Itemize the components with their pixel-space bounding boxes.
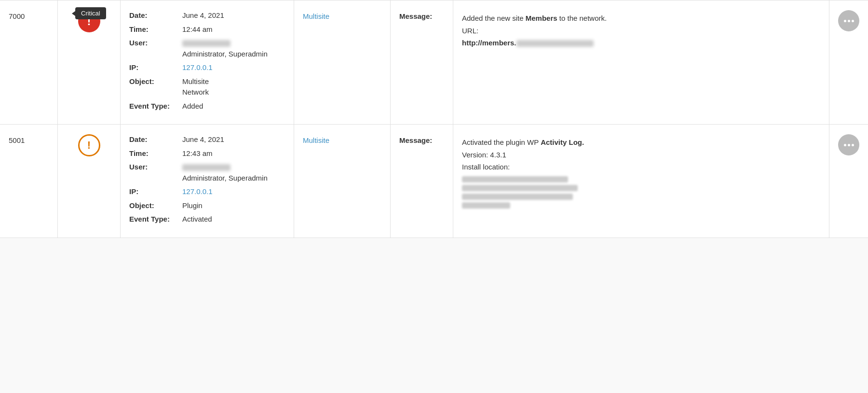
- message-text: Added the new site Members to the networ…: [462, 12, 607, 49]
- user-role: Administrator, Superadmin: [182, 50, 268, 58]
- dots-icon: [844, 144, 854, 146]
- warning-icon[interactable]: !: [78, 134, 100, 156]
- object-value: MultisiteNetwork: [182, 76, 209, 98]
- site-cell: Multisite: [294, 0, 391, 124]
- severity-cell: !: [58, 125, 121, 238]
- message-label: Message:: [399, 12, 432, 20]
- install-location-label: Install location:: [462, 163, 510, 171]
- object-value: Plugin: [182, 200, 203, 211]
- object-label: Object:: [129, 200, 182, 211]
- install-location-blurred: [462, 176, 584, 209]
- message-content-cell: Added the new site Members to the networ…: [453, 0, 829, 124]
- detail-ip-row: IP: 127.0.0.1: [129, 186, 213, 197]
- site-link[interactable]: Multisite: [303, 136, 329, 144]
- date-label: Date:: [129, 10, 182, 21]
- message-bold: Members: [526, 14, 557, 22]
- date-value: June 4, 2021: [182, 134, 224, 145]
- message-label-cell: Message:: [391, 0, 453, 124]
- ip-value[interactable]: 127.0.0.1: [182, 62, 213, 73]
- message-bold: Activity Log.: [541, 138, 584, 146]
- ip-label: IP:: [129, 186, 182, 197]
- user-value: Administrator, Superadmin: [182, 38, 268, 59]
- site-cell: Multisite: [294, 125, 391, 238]
- detail-event-type-row: Event Type: Added: [129, 101, 203, 112]
- user-label: User:: [129, 38, 182, 59]
- detail-object-row: Object: MultisiteNetwork: [129, 76, 209, 98]
- detail-ip-row: IP: 127.0.0.1: [129, 62, 213, 73]
- message-version: Version: 4.3.1: [462, 151, 506, 159]
- date-value: June 4, 2021: [182, 10, 224, 21]
- user-blurred: [182, 164, 231, 171]
- user-blurred: [182, 40, 231, 47]
- actions-cell: [829, 125, 868, 238]
- detail-date-row: Date: June 4, 2021: [129, 10, 224, 21]
- event-details: Date: June 4, 2021 Time: 12:44 am User: …: [121, 0, 294, 124]
- tooltip: Critical: [75, 7, 106, 19]
- more-options-button[interactable]: [838, 10, 859, 31]
- event-id-value: 7000: [9, 12, 25, 20]
- user-value: Administrator, Superadmin: [182, 162, 268, 183]
- message-url-prefix: http://members.: [462, 39, 516, 47]
- url-blurred: [516, 40, 594, 47]
- message-content-cell: Activated the plugin WP Activity Log. Ve…: [453, 125, 829, 238]
- message-label: Message:: [399, 136, 432, 144]
- event-id-value: 5001: [9, 136, 25, 144]
- detail-event-type-row: Event Type: Activated: [129, 214, 212, 225]
- severity-cell: Critical !: [58, 0, 121, 124]
- message-text: Activated the plugin WP Activity Log. Ve…: [462, 136, 584, 211]
- time-value: 12:43 am: [182, 148, 213, 159]
- site-link[interactable]: Multisite: [303, 12, 329, 20]
- time-label: Time:: [129, 24, 182, 35]
- date-label: Date:: [129, 134, 182, 145]
- event-type-label: Event Type:: [129, 101, 182, 112]
- message-after: to the network.: [557, 14, 607, 22]
- event-type-label: Event Type:: [129, 214, 182, 225]
- user-label: User:: [129, 162, 182, 183]
- event-details: Date: June 4, 2021 Time: 12:43 am User: …: [121, 125, 294, 238]
- time-value: 12:44 am: [182, 24, 213, 35]
- message-before: Added the new site: [462, 14, 526, 22]
- actions-cell: [829, 0, 868, 124]
- message-before: Activated the plugin WP: [462, 138, 541, 146]
- table-row: 7000 Critical ! Date: June 4, 2021 Time:…: [0, 0, 868, 125]
- event-type-value: Activated: [182, 214, 212, 225]
- ip-value[interactable]: 127.0.0.1: [182, 186, 213, 197]
- activity-log-table: 7000 Critical ! Date: June 4, 2021 Time:…: [0, 0, 868, 238]
- table-row: 5001 ! Date: June 4, 2021 Time: 12:43 am…: [0, 125, 868, 238]
- time-label: Time:: [129, 148, 182, 159]
- object-label: Object:: [129, 76, 182, 98]
- event-id: 5001: [0, 125, 58, 238]
- detail-time-row: Time: 12:43 am: [129, 148, 213, 159]
- message-url-label: URL:: [462, 27, 478, 35]
- event-type-value: Added: [182, 101, 203, 112]
- tooltip-text: Critical: [81, 10, 100, 17]
- detail-object-row: Object: Plugin: [129, 200, 203, 211]
- more-options-button[interactable]: [838, 134, 859, 155]
- detail-user-row: User: Administrator, Superadmin: [129, 38, 268, 59]
- detail-time-row: Time: 12:44 am: [129, 24, 213, 35]
- message-label-cell: Message:: [391, 125, 453, 238]
- dots-icon: [844, 20, 854, 22]
- user-role: Administrator, Superadmin: [182, 174, 268, 182]
- event-id: 7000: [0, 0, 58, 124]
- detail-user-row: User: Administrator, Superadmin: [129, 162, 268, 183]
- ip-label: IP:: [129, 62, 182, 73]
- detail-date-row: Date: June 4, 2021: [129, 134, 224, 145]
